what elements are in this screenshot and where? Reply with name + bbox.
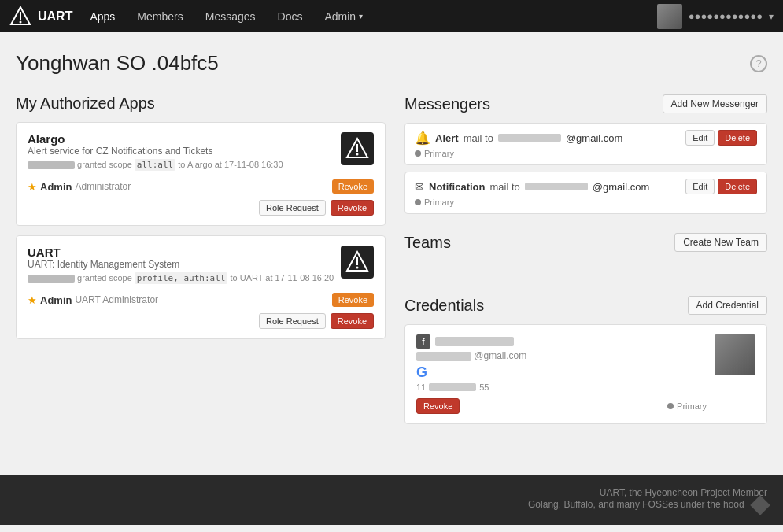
app-uart-icon <box>341 246 374 279</box>
credentials-section: Credentials Add Credential f @g <box>404 296 767 424</box>
credential-avatar <box>715 334 755 375</box>
edit-messenger-notification[interactable]: Edit <box>685 179 715 194</box>
app-alargo-info: Alargo Alert service for CZ Notification… <box>28 132 283 176</box>
app-uart-desc: UART: Identity Management System <box>28 259 334 270</box>
nav-link-members[interactable]: Members <box>126 0 194 32</box>
app-uart-role-name: Admin <box>40 294 72 306</box>
app-alargo-icon <box>341 132 374 165</box>
primary-dot-alert <box>415 150 421 157</box>
main-container: Yonghwan SO .04bfc5 ? My Authorized Apps… <box>0 32 783 443</box>
add-messenger-button[interactable]: Add New Messenger <box>663 94 767 113</box>
nav-link-docs[interactable]: Docs <box>267 0 314 32</box>
role-request-button-uart[interactable]: Role Request <box>259 313 326 329</box>
chevron-down-icon: ▾ <box>359 12 363 20</box>
revoke-credential-button[interactable]: Revoke <box>416 398 460 414</box>
bell-icon: 🔔 <box>415 131 430 146</box>
star-icon: ★ <box>28 181 37 193</box>
nav-logo[interactable]: UART <box>9 6 72 28</box>
app-uart-info: UART UART: Identity Management System gr… <box>28 246 334 290</box>
messenger-notification-primary: Primary <box>415 198 757 207</box>
nav-logo-text: UART <box>38 9 72 24</box>
page-header: Yonghwan SO .04bfc5 ? <box>16 51 767 76</box>
revoke-role-button-alargo[interactable]: Revoke <box>332 179 374 194</box>
app-alargo-grant: granted scope all:all to Alargo at 17-11… <box>28 160 283 170</box>
messenger-notification-info: ✉ Notification mail to @gmail.com <box>415 180 649 193</box>
messengers-header: Messengers Add New Messenger <box>404 94 767 113</box>
avatar[interactable] <box>657 4 682 29</box>
teams-title: Teams <box>404 234 451 252</box>
app-uart-role-desc: UART Administrator <box>75 294 158 305</box>
edit-messenger-alert[interactable]: Edit <box>685 130 715 146</box>
create-team-button[interactable]: Create New Team <box>674 233 767 252</box>
credential-email-row: @gmail.com <box>416 350 707 361</box>
app-card-uart: UART UART: Identity Management System gr… <box>16 235 386 339</box>
messenger-alert-actions: Edit Delete <box>685 130 757 146</box>
teams-section: Teams Create New Team <box>404 233 767 277</box>
nav-user-dropdown-icon[interactable]: ▾ <box>769 11 774 22</box>
help-icon[interactable]: ? <box>750 55 767 72</box>
credential-google: f @gmail.com G 11 55 <box>404 324 767 424</box>
grant-target-uart: to UART at 17-11-08 16:20 <box>231 273 334 283</box>
add-credential-button[interactable]: Add Credential <box>688 296 767 315</box>
credentials-title: Credentials <box>404 297 484 315</box>
avatar-image <box>657 4 682 29</box>
revoke-role-button-uart[interactable]: Revoke <box>332 293 374 307</box>
credential-primary: Primary <box>667 401 707 411</box>
app-alargo-actions: Role Request Revoke <box>28 200 374 216</box>
nav-admin-dropdown[interactable]: Admin ▾ <box>313 10 374 23</box>
teams-header: Teams Create New Team <box>404 233 767 252</box>
credential-id-row: 11 55 <box>416 382 707 392</box>
svg-point-2 <box>20 20 22 23</box>
grant-target-alargo: to Alargo at 17-11-08 16:30 <box>178 160 283 169</box>
credential-name-blurred <box>435 337 514 346</box>
grant-scope-uart: profile, auth:all <box>135 272 228 284</box>
app-uart-grant: granted scope profile, auth:all to UART … <box>28 273 334 283</box>
nav-link-messages[interactable]: Messages <box>194 0 267 32</box>
page-title: Yonghwan SO .04bfc5 <box>16 51 219 76</box>
revoke-button-uart[interactable]: Revoke <box>331 313 374 329</box>
app-alargo-name: Alargo <box>28 132 283 146</box>
messengers-title: Messengers <box>404 95 490 113</box>
app-card-uart-header: UART UART: Identity Management System gr… <box>28 246 374 290</box>
authorized-apps-header: My Authorized Apps <box>16 94 386 113</box>
role-request-button-alargo[interactable]: Role Request <box>259 200 326 216</box>
svg-point-5 <box>356 153 359 156</box>
app-alargo-role-row: ★ Admin Administrator Revoke <box>28 179 374 194</box>
credential-google-name-row: f <box>416 334 707 349</box>
two-column-layout: My Authorized Apps Alargo Alert service … <box>16 94 767 424</box>
revoke-button-alargo[interactable]: Revoke <box>331 200 374 216</box>
star-icon-uart: ★ <box>28 294 37 306</box>
credential-email-blurred <box>416 352 471 361</box>
nav-right: ●●●●●●●●●●●● ▾ <box>657 4 774 29</box>
teams-empty-area <box>404 261 767 277</box>
messenger-alert-primary: Primary <box>415 149 757 158</box>
credential-email-suffix: @gmail.com <box>474 350 526 361</box>
footer-line1: UART, the Hyeoncheon Project Member <box>16 487 767 498</box>
messenger-notification-prefix: mail to <box>490 181 520 193</box>
messenger-alert-email-blurred <box>498 134 561 142</box>
credential-primary-dot <box>667 403 674 409</box>
messengers-section: Messengers Add New Messenger 🔔 Alert mai… <box>404 94 767 214</box>
navbar: UART Apps Members Messages Docs Admin ▾ … <box>0 0 783 32</box>
nav-link-apps[interactable]: Apps <box>79 0 126 32</box>
left-column: My Authorized Apps Alargo Alert service … <box>16 94 386 349</box>
provider-icon-letter: f <box>422 338 424 346</box>
nav-username: ●●●●●●●●●●●● <box>689 10 763 22</box>
credential-provider-letter: G <box>416 364 707 381</box>
app-alargo-desc: Alert service for CZ Notifications and T… <box>28 146 283 157</box>
credential-provider-icon: f <box>416 334 430 349</box>
delete-messenger-notification[interactable]: Delete <box>718 179 757 194</box>
app-uart-role-row: ★ Admin UART Administrator Revoke <box>28 293 374 307</box>
grant-scope-alargo: all:all <box>135 159 175 171</box>
app-uart-actions: Role Request Revoke <box>28 313 374 329</box>
delete-messenger-alert[interactable]: Delete <box>718 130 757 146</box>
messenger-notification-email-blurred <box>525 183 588 190</box>
credentials-header: Credentials Add Credential <box>404 296 767 315</box>
footer-line2: Golang, Buffalo, and many FOSSes under t… <box>16 498 767 512</box>
app-alargo-role-desc: Administrator <box>75 181 131 192</box>
messenger-alert: 🔔 Alert mail to @gmail.com Edit Delete <box>404 123 767 165</box>
grant-blurred <box>28 161 75 169</box>
app-card-alargo: Alargo Alert service for CZ Notification… <box>16 122 386 226</box>
messenger-alert-info: 🔔 Alert mail to @gmail.com <box>415 131 622 146</box>
svg-point-8 <box>356 267 359 269</box>
